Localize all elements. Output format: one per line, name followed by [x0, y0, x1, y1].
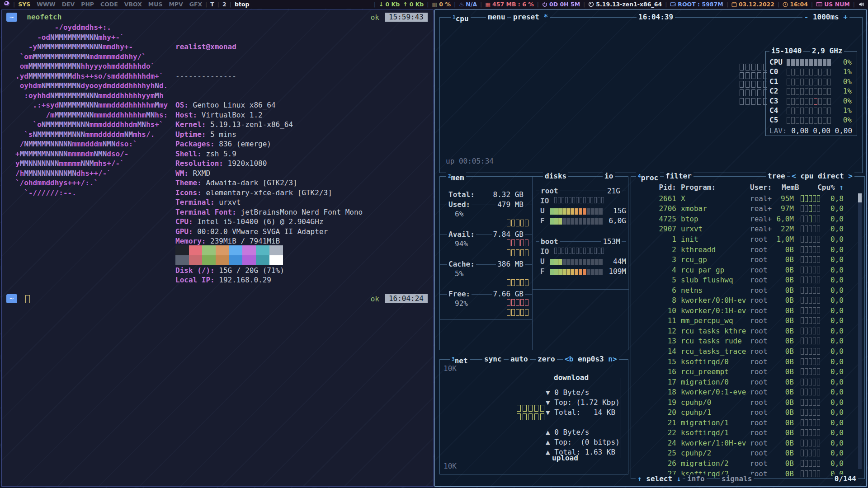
process-row-10[interactable]: 10kworker/0:1H-evroot0B0,0 [631, 305, 857, 316]
workspace-vbox[interactable]: VBOX [124, 1, 142, 8]
upload-stat-line: ▲ Top: (0 bitps) [546, 438, 620, 446]
net-zero-button[interactable]: zero [536, 355, 557, 364]
process-row-8[interactable]: 8kworker/0:0H-evroot0B0,0 [631, 295, 857, 305]
process-row-26[interactable]: 26migration/2root0B0,0 [631, 458, 857, 469]
col-user[interactable]: User: [750, 183, 772, 192]
select-control[interactable]: ↑ select ↓ [636, 474, 683, 483]
process-row-4725[interactable]: 4725btopreal+6,0M0,0 [631, 214, 857, 224]
process-row-18[interactable]: 18kworker/0:1-everoot0B0,0 [631, 387, 857, 397]
mem-box-title[interactable]: 2mem [446, 172, 466, 183]
process-row-24[interactable]: 24kworker/1:0H-evroot0B0,0 [631, 438, 857, 448]
info-button[interactable]: info [685, 474, 707, 483]
process-row-2[interactable]: 2kthreaddroot0B0,0 [631, 244, 857, 255]
segment-uptime: 0D 0H 5M [542, 1, 580, 8]
net-sync-button[interactable]: sync [482, 355, 504, 364]
process-row-5[interactable]: 5slub_flushwqroot0B0,0 [631, 275, 857, 285]
process-row-14[interactable]: 14rcu_tasks_traceroot0B0,0 [631, 346, 857, 357]
separator: | [230, 1, 231, 8]
cpu-box-title[interactable]: 1cpu [451, 13, 471, 23]
volume-icon [858, 1, 864, 7]
process-row-11[interactable]: 11mm_percpu_wqroot0B0,0 [631, 316, 857, 326]
layout-indicator[interactable]: T [210, 1, 214, 8]
prompt-status-1: ok 15:59:43 [371, 13, 428, 22]
mem-row-avail: Avail:7.84 GB [447, 230, 525, 239]
disks-box-title[interactable]: disks [543, 172, 568, 181]
workspace-mpv[interactable]: MPV [169, 1, 183, 8]
process-row-17[interactable]: 17migration/0root0B0,0 [631, 377, 857, 387]
proc-tree-button[interactable]: tree [766, 172, 787, 181]
palette-swatch [189, 255, 203, 265]
proc-scrollbar[interactable] [858, 193, 862, 469]
command-text: neofetch [27, 13, 61, 21]
core-row-c4: C41% [769, 106, 854, 115]
process-row-21[interactable]: 21migration/1root0B0,0 [631, 418, 857, 428]
process-row-6[interactable]: 6netnsroot0B0,0 [631, 285, 857, 296]
prompt-status-2: ok 16:04:24 [371, 294, 428, 303]
root-fs-icon [670, 2, 676, 7]
col-program[interactable]: Program: [681, 183, 716, 192]
process-row-4[interactable]: 4rcu_par_gproot0B0,0 [631, 265, 857, 275]
process-row-13[interactable]: 13rcu_tasks_rude_root0B0,0 [631, 336, 857, 347]
separator: | [583, 1, 585, 8]
process-row-25[interactable]: 25cpuhp/2root0B0,0 [631, 448, 857, 459]
download-title: download [552, 373, 590, 382]
process-row-22[interactable]: 22ksoftirqd/1root0B0,0 [631, 428, 857, 438]
signals-button[interactable]: signals [720, 474, 754, 483]
process-row-2661[interactable]: 2661Xreal+95M0,8 [631, 193, 857, 204]
core-row-c3: C30% [769, 97, 854, 105]
palette-swatch [242, 255, 256, 265]
process-row-19[interactable]: 19cpuhp/0root0B0,0 [631, 397, 857, 408]
menu-button[interactable]: menu [486, 13, 507, 22]
net-interface-switch[interactable]: <b enp0s3 n> [563, 355, 619, 364]
process-row-15[interactable]: 15ksoftirqd/0root0B0,0 [631, 357, 857, 367]
kernel-icon [588, 1, 594, 7]
status-segments: |↓0 Kb↑0 Kb|▥0 %|♨N/A|▦457 MB : 6 %|0D 0… [374, 1, 864, 8]
proc-scrollbar-thumb[interactable] [858, 193, 862, 202]
preset-button[interactable]: preset * [511, 13, 550, 22]
time-icon [783, 2, 788, 7]
disk-boot: boot [539, 237, 560, 246]
workspace-list: SYSWWWDEVPHPCODEVBOXMUSMPVGFX [18, 1, 202, 8]
core-row-c5: C50% [769, 116, 854, 124]
upload-stat-line: ▲ Total: 1.63 KB [546, 448, 615, 456]
process-row-16[interactable]: 16rcu_preemptroot0B0,0 [631, 366, 857, 377]
proc-box-title[interactable]: 4proc [636, 172, 660, 183]
workspace-code[interactable]: CODE [100, 1, 118, 8]
text-cursor [25, 295, 30, 303]
exit-status: ok [371, 13, 379, 22]
col-mem[interactable]: MemB [782, 183, 799, 192]
cpu-frequency: 2,9 GHz [810, 47, 844, 56]
workspace-mus[interactable]: MUS [148, 1, 163, 8]
temperature-icon: ♨ [459, 1, 464, 8]
process-row-1[interactable]: 1initroot1,0M0,0 [631, 234, 857, 244]
prompt-line-2[interactable]: ~ [6, 294, 30, 303]
palette-swatch [229, 255, 243, 265]
download-stat-line: ▼ 0 Byte/s [546, 388, 589, 397]
workspace-www[interactable]: WWW [37, 1, 55, 8]
segment-volume[interactable] [858, 1, 864, 7]
net-upload-icon: ↑ [403, 1, 407, 8]
btop-window[interactable]: 1cpu menu preset * 16:04:39 - 1000ms + i… [434, 9, 867, 487]
workspace-dev[interactable]: DEV [62, 1, 75, 8]
workspace-gfx[interactable]: GFX [189, 1, 202, 8]
workspace-php[interactable]: PHP [81, 1, 94, 8]
terminal-window[interactable]: ~ neofetch ok 15:59:43 -/oyddmdhs+:. -od… [1, 9, 434, 487]
col-pid[interactable]: Pid: [631, 183, 676, 192]
proc-sort-selector[interactable]: < cpu direct > [790, 172, 854, 181]
process-row-2907[interactable]: 2907urxvtreal+22M0,0 [631, 224, 857, 235]
palette-swatch [175, 245, 189, 255]
update-interval[interactable]: - 1000ms + [802, 13, 849, 22]
process-row-12[interactable]: 12rcu_tasks_kthreroot0B0,0 [631, 326, 857, 336]
col-cpu[interactable]: Cpu% ↑ [817, 183, 844, 192]
io-mode-button[interactable]: io [603, 172, 615, 181]
process-row-2706[interactable]: 2706xmobarreal+97M0,0 [631, 204, 857, 214]
proc-table-header: Pid: Program: User: MemB Cpu% ↑ [631, 183, 857, 193]
process-row-3[interactable]: 3rcu_gproot0B0,0 [631, 254, 857, 265]
process-row-20[interactable]: 20cpuhp/1root0B0,0 [631, 407, 857, 418]
proc-filter-button[interactable]: filter [664, 172, 693, 181]
core-row-c0: C01% [769, 67, 854, 76]
focused-window-title: btop [235, 1, 249, 8]
separator: | [205, 1, 207, 8]
net-auto-button[interactable]: auto [509, 355, 530, 364]
workspace-sys[interactable]: SYS [18, 1, 30, 8]
